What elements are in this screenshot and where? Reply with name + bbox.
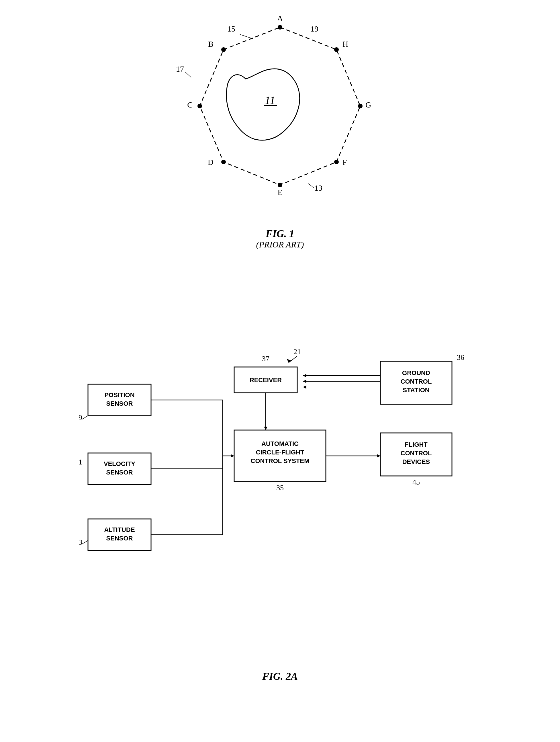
svg-text:AUTOMATIC: AUTOMATIC: [261, 440, 299, 447]
fig2a-diagram: POSITION SENSOR 39 VELOCITY SENSOR 41 AL…: [79, 315, 481, 688]
fig1-title: FIG. 1: [151, 228, 409, 240]
svg-text:36: 36: [457, 353, 464, 362]
svg-text:13: 13: [315, 183, 322, 193]
svg-point-1: [278, 25, 282, 30]
svg-text:CIRCLE-FLIGHT: CIRCLE-FLIGHT: [256, 449, 304, 456]
svg-text:CONTROL: CONTROL: [401, 449, 432, 457]
svg-marker-66: [231, 454, 234, 458]
svg-text:G: G: [366, 100, 371, 109]
svg-text:CONTROL SYSTEM: CONTROL SYSTEM: [251, 457, 310, 465]
svg-point-6: [221, 160, 226, 164]
svg-text:15: 15: [227, 24, 235, 33]
svg-text:45: 45: [412, 478, 420, 486]
fig2a-caption: FIG. 2A: [262, 670, 298, 682]
svg-text:43: 43: [79, 538, 82, 546]
svg-text:E: E: [277, 188, 282, 197]
svg-text:B: B: [208, 40, 214, 48]
svg-text:17: 17: [176, 64, 184, 73]
svg-text:C: C: [187, 100, 192, 109]
svg-text:VELOCITY: VELOCITY: [104, 460, 135, 467]
svg-text:H: H: [342, 40, 348, 48]
svg-text:CONTROL: CONTROL: [401, 378, 432, 385]
fig1-subtitle: (PRIOR ART): [151, 240, 409, 250]
svg-marker-74: [303, 385, 306, 389]
svg-marker-70: [303, 374, 306, 377]
svg-text:POSITION: POSITION: [104, 391, 134, 399]
svg-text:STATION: STATION: [403, 386, 429, 394]
svg-point-3: [358, 104, 362, 108]
svg-marker-68: [264, 427, 267, 430]
svg-text:GROUND: GROUND: [402, 369, 430, 376]
svg-text:SENSOR: SENSOR: [106, 469, 133, 476]
svg-marker-76: [377, 454, 380, 458]
svg-text:41: 41: [79, 458, 82, 466]
svg-text:19: 19: [311, 24, 319, 33]
svg-text:SENSOR: SENSOR: [106, 535, 133, 542]
svg-line-23: [308, 183, 314, 188]
fig1-diagram: A H G F E D C B 15 19 17 13 11 FIG. 1: [151, 9, 409, 224]
svg-text:D: D: [208, 158, 214, 167]
svg-point-5: [278, 182, 282, 187]
svg-text:11: 11: [265, 94, 275, 107]
svg-point-4: [334, 160, 339, 164]
svg-text:DEVICES: DEVICES: [402, 458, 430, 465]
svg-text:SENSOR: SENSOR: [106, 400, 133, 407]
svg-line-18: [240, 35, 253, 39]
fig1-caption: FIG. 1 (PRIOR ART): [151, 228, 409, 250]
svg-line-21: [185, 72, 191, 77]
svg-text:35: 35: [276, 484, 284, 492]
svg-text:F: F: [342, 158, 347, 167]
svg-text:39: 39: [79, 413, 82, 422]
svg-point-7: [198, 104, 202, 108]
svg-point-8: [221, 47, 226, 52]
svg-text:RECEIVER: RECEIVER: [249, 376, 282, 384]
svg-line-59: [289, 356, 297, 363]
svg-rect-40: [234, 430, 326, 482]
svg-line-39: [82, 540, 88, 544]
svg-line-30: [82, 416, 88, 419]
svg-text:A: A: [277, 14, 283, 23]
fig2a-title: FIG. 2A: [262, 671, 298, 682]
svg-text:ALTITUDE: ALTITUDE: [104, 526, 135, 533]
svg-text:37: 37: [262, 355, 269, 363]
svg-point-2: [334, 47, 339, 52]
svg-marker-60: [287, 359, 291, 363]
svg-marker-72: [303, 380, 306, 383]
svg-text:FLIGHT: FLIGHT: [405, 441, 428, 448]
svg-text:21: 21: [293, 348, 301, 356]
